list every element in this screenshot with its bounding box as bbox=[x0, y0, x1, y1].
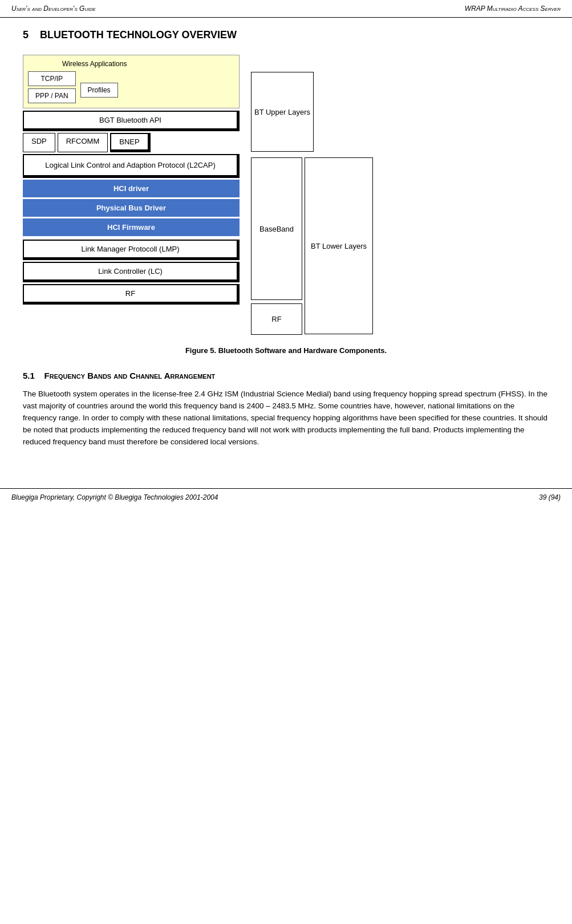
subsection-title: 5.1 Frequency Bands and Channel Arrangem… bbox=[23, 371, 549, 380]
subsection-heading: Frequency Bands and Channel Arrangement bbox=[44, 371, 216, 380]
bnep-box: BNEP bbox=[110, 133, 150, 152]
figure-caption: Figure 5. Bluetooth Software and Hardwar… bbox=[23, 346, 549, 355]
section-title: 5 BLUETOOTH TECHNOLOGY OVERVIEW bbox=[23, 29, 549, 41]
bgt-api-box: BGT Bluetooth API bbox=[23, 111, 240, 131]
rf-right-box: RF bbox=[251, 303, 302, 335]
rf-left-box: RF bbox=[23, 284, 240, 305]
right-diagram-area: BT Upper Layers BaseBand RF BT Lower Lay… bbox=[251, 72, 373, 335]
bt-upper-box: BT Upper Layers bbox=[251, 72, 314, 152]
main-content: 5 BLUETOOTH TECHNOLOGY OVERVIEW Wireless… bbox=[0, 18, 572, 465]
left-stack: Wireless Applications TCP/IP PPP / PAN P… bbox=[23, 55, 240, 306]
wireless-label: Wireless Applications bbox=[62, 60, 234, 68]
section-number: 5 bbox=[23, 29, 29, 40]
profiles-box: Profiles bbox=[80, 83, 118, 98]
tcp-ppp-area: TCP/IP PPP / PAN Profiles bbox=[28, 71, 234, 103]
l2cap-box: Logical Link Control and Adaption Protoc… bbox=[23, 154, 240, 178]
sdp-row: SDP RFCOMM BNEP bbox=[23, 133, 240, 152]
physical-bus-driver-box: Physical Bus Driver bbox=[23, 199, 240, 217]
baseband-col: BaseBand RF bbox=[251, 157, 302, 335]
footer-right: 39 (94) bbox=[539, 493, 561, 501]
sdp-box: SDP bbox=[23, 133, 55, 152]
wireless-box: Wireless Applications TCP/IP PPP / PAN P… bbox=[23, 55, 240, 108]
lmp-box: Link Manager Protocoll (LMP) bbox=[23, 240, 240, 260]
tcp-ip-box: TCP/IP bbox=[28, 71, 76, 86]
tcp-ppp-col: TCP/IP PPP / PAN bbox=[28, 71, 76, 103]
lc-box: Link Controller (LC) bbox=[23, 262, 240, 282]
page-footer: Bluegiga Proprietary, Copyright © Bluegi… bbox=[0, 488, 572, 506]
hci-driver-box: HCI driver bbox=[23, 180, 240, 197]
profiles-col: Profiles bbox=[80, 71, 118, 98]
subsection-number: 5.1 bbox=[23, 371, 35, 380]
ppp-pan-box: PPP / PAN bbox=[28, 88, 76, 103]
page-header: User's and Developer's Guide WRAP Multir… bbox=[0, 0, 572, 18]
baseband-box: BaseBand bbox=[251, 157, 302, 300]
lower-diagram: BaseBand RF BT Lower Layers bbox=[251, 157, 373, 335]
body-paragraph: The Bluetooth system operates in the lic… bbox=[23, 388, 549, 448]
section-heading: BLUETOOTH TECHNOLOGY OVERVIEW bbox=[40, 29, 237, 40]
diagram-area: Wireless Applications TCP/IP PPP / PAN P… bbox=[23, 55, 549, 335]
footer-left: Bluegiga Proprietary, Copyright © Bluegi… bbox=[11, 493, 218, 501]
header-right: WRAP Multiradio Access Server bbox=[465, 5, 561, 13]
rfcomm-box: RFCOMM bbox=[58, 133, 108, 152]
header-left: User's and Developer's Guide bbox=[11, 5, 96, 13]
bt-lower-box: BT Lower Layers bbox=[305, 157, 373, 334]
hci-firmware-box: HCI Firmware bbox=[23, 218, 240, 236]
